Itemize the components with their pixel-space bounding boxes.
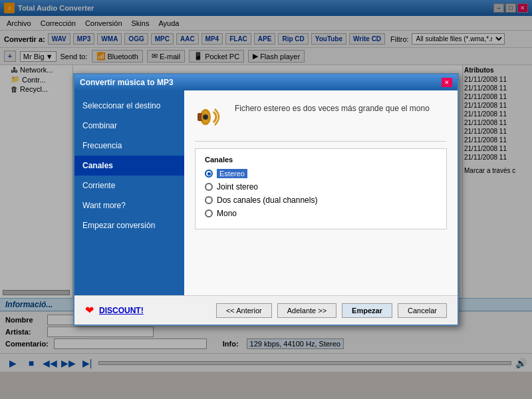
separator — [195, 141, 447, 142]
radio-dual-circle — [205, 196, 213, 204]
discount-link[interactable]: DISCOUNT! — [99, 306, 144, 315]
channels-title: Canales — [205, 156, 437, 164]
radio-estereo-circle — [205, 170, 213, 178]
radio-estereo-dot — [207, 172, 211, 176]
cancel-button[interactable]: Cancelar — [398, 303, 447, 318]
radio-estereo-label: Estereo — [217, 169, 247, 178]
radio-dual-label: Dos canales (dual channels) — [217, 196, 317, 205]
modal-sidebar-empezar[interactable]: Empezar conversión — [74, 215, 184, 235]
modal-close-button[interactable]: ✕ — [442, 78, 452, 87]
radio-mono-label: Mono — [217, 209, 237, 218]
discount-heart-icon: ❤ — [85, 304, 94, 317]
modal-info-row: Fichero estereo es dos veces más grande … — [195, 101, 447, 133]
modal-sidebar-destino[interactable]: Seleccionar el destino — [74, 96, 184, 116]
modal-dialog: Convertir música to MP3 ✕ Seleccionar el… — [73, 73, 459, 326]
radio-joint-circle — [205, 183, 213, 191]
radio-mono[interactable]: Mono — [205, 209, 437, 218]
modal-sidebar-canales[interactable]: Canales — [74, 156, 184, 176]
modal-footer: ❤ DISCOUNT! << Anterior Adelante >> Empe… — [74, 295, 458, 325]
modal-body: Seleccionar el destino Combinar Frecuenc… — [74, 90, 458, 295]
modal-overlay: Convertir música to MP3 ✕ Seleccionar el… — [0, 0, 532, 399]
radio-mono-circle — [205, 209, 213, 217]
speaker-icon — [195, 101, 227, 133]
radio-dual[interactable]: Dos canales (dual channels) — [205, 196, 437, 205]
modal-sidebar-wantmore[interactable]: Want more? — [74, 196, 184, 215]
modal-title-bar: Convertir música to MP3 ✕ — [74, 74, 458, 90]
modal-sidebar: Seleccionar el destino Combinar Frecuenc… — [74, 90, 184, 295]
channels-group: Canales Estereo Joint stereo — [195, 148, 447, 229]
next-button[interactable]: Adelante >> — [277, 303, 336, 318]
radio-joint[interactable]: Joint stereo — [205, 182, 437, 192]
modal-sidebar-frecuencia[interactable]: Frecuencia — [74, 136, 184, 156]
modal-info-text: Fichero estereo es dos veces más grande … — [235, 101, 447, 113]
modal-sidebar-combinar[interactable]: Combinar — [74, 116, 184, 136]
modal-content-area: Fichero estereo es dos veces más grande … — [184, 90, 458, 295]
start-button[interactable]: Empezar — [342, 303, 392, 318]
radio-joint-label: Joint stereo — [217, 182, 258, 192]
modal-title: Convertir música to MP3 — [80, 78, 174, 87]
modal-sidebar-corriente[interactable]: Corriente — [74, 176, 184, 196]
radio-estereo[interactable]: Estereo — [205, 169, 437, 178]
svg-point-4 — [204, 116, 207, 118]
prev-button[interactable]: << Anterior — [216, 303, 272, 318]
